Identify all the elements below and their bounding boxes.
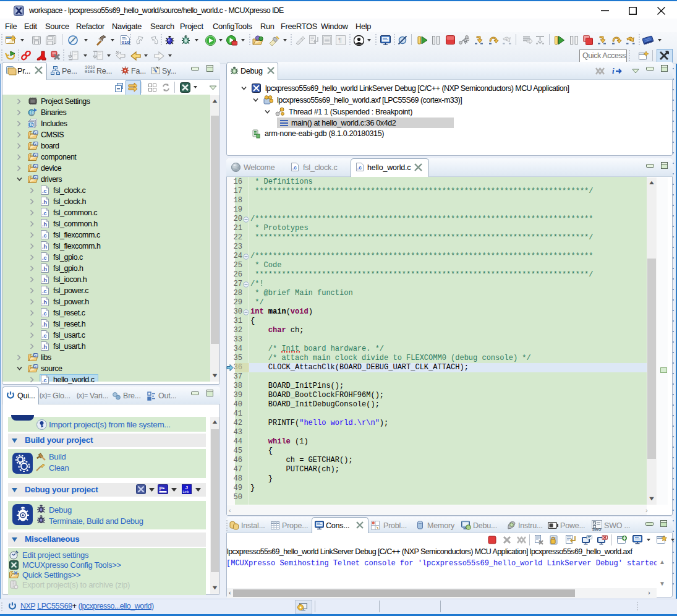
svg-text:10: 10	[30, 111, 35, 115]
svg-text:.c: .c	[42, 255, 47, 261]
svg-text:Link: Link	[183, 490, 189, 494]
svg-text:¶: ¶	[338, 36, 342, 44]
svg-text:.c: .c	[357, 165, 362, 171]
svg-text:.c: .c	[42, 210, 47, 216]
svg-text:.c: .c	[42, 188, 47, 194]
svg-text:i: i	[612, 66, 615, 75]
svg-text:.c: .c	[42, 288, 47, 294]
svg-text:.h: .h	[42, 244, 47, 250]
svg-text:.c: .c	[42, 377, 47, 383]
svg-text:P•: P•	[160, 486, 165, 492]
svg-text:.h: .h	[42, 221, 47, 228]
svg-text:.h: .h	[42, 199, 47, 205]
svg-text:.h: .h	[42, 299, 47, 306]
svg-text:.h: .h	[42, 266, 47, 272]
svg-text:.h: .h	[42, 344, 47, 350]
svg-text:010: 010	[122, 40, 130, 45]
svg-text:.c: .c	[292, 165, 297, 171]
svg-text:SWO: SWO	[592, 528, 602, 531]
svg-text:.h: .h	[42, 277, 47, 283]
svg-text:.c: .c	[42, 310, 47, 317]
svg-text:.h: .h	[42, 322, 47, 328]
svg-text:h: h	[30, 122, 33, 127]
svg-text:.c: .c	[42, 333, 47, 339]
svg-text:.c: .c	[42, 233, 47, 239]
